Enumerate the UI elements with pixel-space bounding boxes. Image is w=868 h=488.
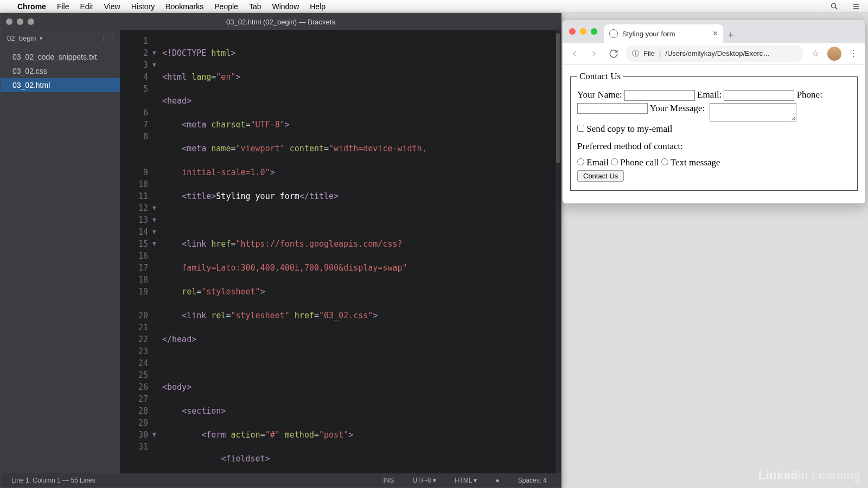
spotlight-icon[interactable] [829,2,840,11]
reload-icon[interactable] [606,46,621,61]
project-name: 02_begin [7,34,36,42]
copy-email-checkbox[interactable] [577,125,584,132]
menu-edit[interactable]: Edit [80,2,93,11]
menu-bookmarks[interactable]: Bookmarks [165,2,203,11]
address-bar[interactable]: ⓘ File | /Users/emilykay/Desktop/Exerc… [626,46,803,62]
window-title: 03_02.html (02_begin) — Brackets [226,18,335,26]
menu-list-icon[interactable] [851,2,861,11]
page-content: Contact Us Your Name: Email: Phone: Your… [563,65,865,203]
menu-history[interactable]: History [131,2,155,11]
phone-input[interactable] [577,103,648,114]
chevron-down-icon: ▾ [40,35,42,41]
chrome-toolbar: ⓘ File | /Users/emilykay/Desktop/Exerc… … [563,43,865,65]
name-label: Your Name: [577,89,622,100]
email-input[interactable] [724,90,794,101]
menu-tab[interactable]: Tab [249,2,261,11]
preferred-contact-label: Preferred method of contact: [577,141,851,152]
new-tab-button[interactable]: + [723,28,738,43]
email-label: Email: [697,89,722,100]
project-dropdown[interactable]: 02_begin ▾ [1,30,120,47]
forward-icon[interactable] [586,46,602,61]
menu-window[interactable]: Window [272,2,299,11]
back-icon[interactable] [567,46,582,61]
copy-email-label: Send copy to my-email [586,124,672,134]
chrome-window: Styling your form × + ⓘ File | /Users/em… [562,20,866,204]
lint-status-icon[interactable]: ● [492,477,502,484]
scrollbar[interactable] [556,30,561,473]
scroll-thumb[interactable] [556,33,560,163]
info-icon[interactable]: ⓘ [632,49,639,59]
url-scheme: File [643,49,655,57]
line-gutter: 1234567891011121314151617181920212223242… [120,30,152,473]
form-legend: Contact Us [577,71,623,82]
indent-setting[interactable]: Spaces: 4 [515,477,550,484]
menu-people[interactable]: People [214,2,238,11]
minimize-icon[interactable] [17,18,23,25]
url-text: /Users/emilykay/Desktop/Exerc… [665,49,770,57]
insert-mode[interactable]: INS [380,477,397,484]
svg-line-1 [835,7,838,9]
cursor-position: Line 1, Column 1 — 55 Lines [11,477,95,484]
tab-title: Styling your form [622,30,675,38]
brackets-titlebar[interactable]: 03_02.html (02_begin) — Brackets [1,14,561,30]
form-fieldset: Contact Us Your Name: Email: Phone: Your… [570,71,858,191]
menu-file[interactable]: File [57,2,69,11]
zoom-icon[interactable] [28,18,34,25]
browser-tab[interactable]: Styling your form × [604,24,723,43]
file-item[interactable]: 03_02.css [1,64,120,78]
fold-gutter[interactable]: ▼▼▼▼▼▼▼ [152,30,162,473]
menu-help[interactable]: Help [310,2,326,11]
message-label: Your Message: [650,103,705,113]
phone-label: Phone: [797,89,822,100]
chrome-tabstrip: Styling your form × + [563,20,865,43]
sidebar: 02_begin ▾ 03_02_code_snippets.txt 03_02… [1,30,120,473]
close-tab-icon[interactable]: × [713,29,718,38]
star-icon[interactable]: ☆ [808,46,823,61]
split-view-icon[interactable] [104,35,113,42]
globe-icon [609,29,618,38]
file-item[interactable]: 03_02_code_snippets.txt [1,50,120,64]
code-editor[interactable]: 1234567891011121314151617181920212223242… [120,30,561,473]
close-icon[interactable] [6,18,12,25]
radio-phone[interactable] [611,158,618,165]
message-textarea[interactable] [710,103,796,121]
code-content[interactable]: <!DOCTYPE html> <html lang="en"> <head> … [162,30,561,473]
close-icon[interactable] [569,28,576,35]
status-bar: Line 1, Column 1 — 55 Lines INS UTF-8 ▾ … [1,473,561,487]
zoom-icon[interactable] [591,28,597,35]
language-mode[interactable]: HTML ▾ [451,477,481,484]
radio-email[interactable] [577,158,584,165]
profile-avatar[interactable] [827,47,841,61]
file-item[interactable]: 03_02.html [1,78,120,92]
encoding[interactable]: UTF-8 ▾ [409,477,439,484]
watermark: Linkedin Learning [758,468,860,483]
menu-view[interactable]: View [104,2,120,11]
brackets-window: 03_02.html (02_begin) — Brackets 02_begi… [0,13,561,488]
svg-point-0 [832,3,836,8]
macos-menubar: Chrome File Edit View History Bookmarks … [0,0,868,13]
radio-text[interactable] [661,158,668,165]
submit-button[interactable]: Contact Us [577,170,624,182]
name-input[interactable] [624,90,695,101]
kebab-menu-icon[interactable]: ⋮ [846,46,861,61]
app-name[interactable]: Chrome [17,2,46,11]
minimize-icon[interactable] [580,28,586,35]
